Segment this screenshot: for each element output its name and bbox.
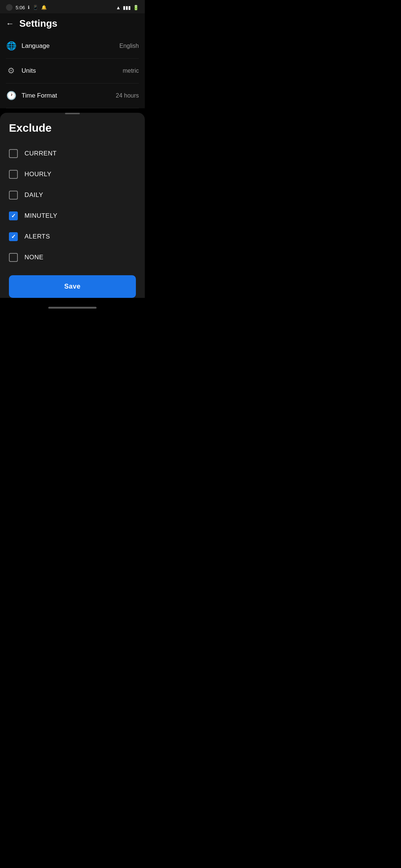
checkbox-daily[interactable]	[9, 191, 18, 200]
checkbox-item-current[interactable]: CURRENT	[9, 143, 136, 164]
time-format-value: 24 hours	[116, 92, 139, 99]
status-icons-right: ▲ ▮▮▮ 🔋	[116, 5, 139, 10]
bottom-sheet: Exclude CURRENTHOURLYDAILYMINUTELYALERTS…	[0, 113, 145, 298]
notification-icon: 🔔	[41, 5, 47, 10]
checkbox-current[interactable]	[9, 149, 18, 158]
settings-item-units[interactable]: ⚙ Units metric	[6, 59, 139, 83]
checkbox-list: CURRENTHOURLYDAILYMINUTELYALERTSNONE	[9, 143, 136, 268]
battery-icon: 🔋	[133, 5, 139, 10]
checkbox-label-daily: DAILY	[25, 191, 43, 199]
checkbox-label-current: CURRENT	[25, 150, 57, 157]
settings-item-time-format-left: 🕐 Time Format	[6, 91, 57, 101]
checkbox-label-minutely: MINUTELY	[25, 212, 58, 220]
checkbox-label-alerts: ALERTS	[25, 233, 50, 240]
checkbox-label-hourly: HOURLY	[25, 171, 52, 178]
sheet-handle	[65, 113, 80, 114]
language-label: Language	[22, 42, 50, 50]
camera-icon	[6, 4, 13, 11]
page-title: Settings	[19, 18, 58, 29]
status-time: 5:06	[16, 5, 25, 10]
checkbox-none[interactable]	[9, 253, 18, 262]
checkbox-item-none[interactable]: NONE	[9, 247, 136, 268]
settings-item-units-left: ⚙ Units	[6, 66, 36, 76]
language-icon: 🌐	[6, 41, 16, 51]
settings-item-time-format[interactable]: 🕐 Time Format 24 hours	[6, 83, 139, 108]
status-left: 5:06 ℹ 📱 🔔	[6, 4, 47, 11]
time-format-label: Time Format	[22, 92, 57, 99]
units-label: Units	[22, 67, 36, 75]
back-button[interactable]: ←	[6, 19, 14, 29]
checkbox-item-alerts[interactable]: ALERTS	[9, 226, 136, 247]
info-icon: ℹ	[28, 5, 30, 10]
phone-icon: 📱	[33, 5, 38, 10]
checkbox-item-hourly[interactable]: HOURLY	[9, 164, 136, 185]
units-value: metric	[123, 68, 139, 74]
checkbox-label-none: NONE	[25, 254, 43, 261]
units-icon: ⚙	[6, 66, 16, 76]
settings-item-language-left: 🌐 Language	[6, 41, 50, 51]
checkbox-item-daily[interactable]: DAILY	[9, 185, 136, 206]
language-value: English	[120, 43, 139, 49]
sheet-title: Exclude	[9, 122, 136, 134]
signal-icon: ▮▮▮	[123, 5, 131, 10]
wifi-icon: ▲	[116, 5, 121, 10]
status-bar: 5:06 ℹ 📱 🔔 ▲ ▮▮▮ 🔋	[0, 0, 145, 13]
settings-item-language[interactable]: 🌐 Language English	[6, 34, 139, 59]
checkbox-hourly[interactable]	[9, 170, 18, 179]
toolbar: ← Settings	[0, 13, 145, 34]
checkbox-minutely[interactable]	[9, 211, 18, 220]
home-indicator	[48, 307, 97, 309]
settings-list: 🌐 Language English ⚙ Units metric 🕐 Time…	[0, 34, 145, 108]
checkbox-item-minutely[interactable]: MINUTELY	[9, 206, 136, 226]
checkbox-alerts[interactable]	[9, 232, 18, 241]
time-format-icon: 🕐	[6, 91, 16, 101]
save-button[interactable]: Save	[9, 275, 136, 298]
